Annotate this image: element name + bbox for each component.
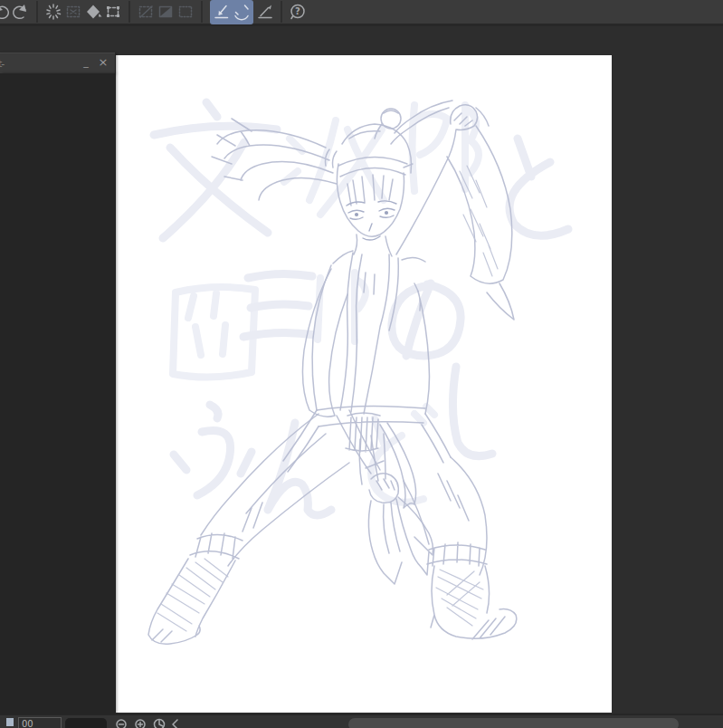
tool-panel-titlebar[interactable]: t- _ × xyxy=(0,53,115,73)
app-window: { "toolbar": { "help_glyph": "?", "icons… xyxy=(0,0,723,728)
invert-selection-icon[interactable] xyxy=(156,0,176,24)
zoom-in-icon[interactable] xyxy=(133,717,147,728)
transform-icon[interactable] xyxy=(103,0,123,24)
deselect-icon[interactable] xyxy=(136,0,156,24)
help-icon[interactable]: ? xyxy=(288,0,308,24)
clear-outside-selection-icon[interactable] xyxy=(63,0,83,24)
rotate-reset-icon[interactable] xyxy=(152,717,166,728)
watermark-layer xyxy=(154,102,568,515)
chevron-left-icon[interactable] xyxy=(168,717,183,728)
tool-panel-body xyxy=(0,73,115,714)
help-glyph: ? xyxy=(295,6,300,16)
command-bar: ? xyxy=(0,0,723,26)
horizontal-scrollbar-thumb[interactable] xyxy=(348,718,679,728)
tool-panel: t- _ × xyxy=(0,53,115,714)
sketch-artwork: 文次郎と留三郎のふんどし rough light-blue pencil ske… xyxy=(116,55,612,713)
drawing-canvas[interactable]: 文次郎と留三郎のふんどし rough light-blue pencil ske… xyxy=(116,55,612,713)
canvas-navigation-bar: 00 xyxy=(0,714,723,728)
panel-close-button[interactable]: × xyxy=(96,53,110,73)
zoom-out-icon[interactable] xyxy=(114,717,128,728)
snap-to-special-ruler-icon[interactable] xyxy=(232,0,252,24)
panel-title-fragment: t- xyxy=(0,58,4,70)
status-square-icon[interactable] xyxy=(6,718,14,726)
zoom-value-field[interactable]: 00 xyxy=(18,717,62,728)
snap-active-group xyxy=(210,0,253,24)
toolbar-divider xyxy=(128,1,130,23)
navigator-preview xyxy=(65,718,107,728)
panel-minimize-button[interactable]: _ xyxy=(79,53,93,73)
zoom-value: 00 xyxy=(22,719,33,728)
undo-icon[interactable] xyxy=(0,0,11,24)
toolbar-divider xyxy=(201,1,203,23)
clear-icon[interactable] xyxy=(43,0,63,24)
selection-border-icon[interactable] xyxy=(176,0,195,24)
snap-to-ruler-icon[interactable] xyxy=(212,0,232,24)
snap-to-grid-icon[interactable] xyxy=(255,0,275,24)
redo-icon[interactable] xyxy=(11,0,31,24)
fill-icon[interactable] xyxy=(83,0,103,24)
toolbar-divider xyxy=(281,1,282,23)
toolbar-divider xyxy=(36,1,38,23)
